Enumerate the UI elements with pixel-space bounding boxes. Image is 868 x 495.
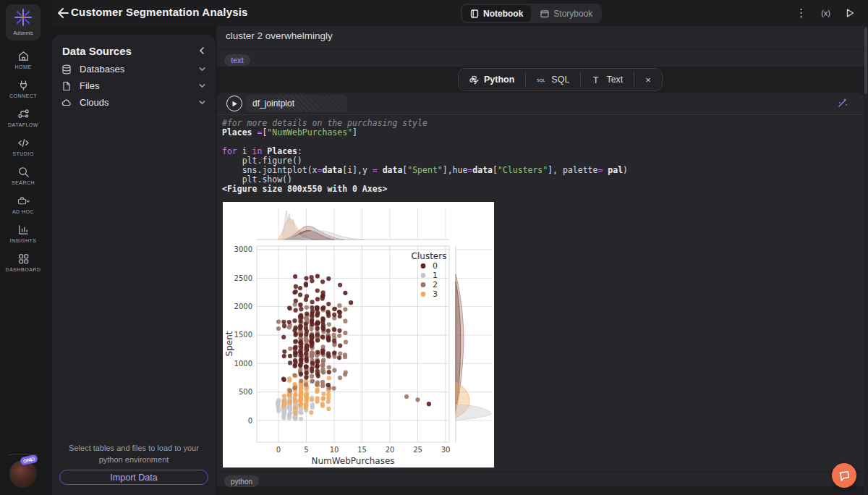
- svg-text:T: T: [592, 75, 599, 85]
- svg-text:500: 500: [239, 388, 252, 396]
- view-tabs: Notebook Storybook: [461, 4, 602, 23]
- text-button-label: Text: [606, 75, 623, 85]
- scrollbar-track[interactable]: [864, 26, 868, 495]
- sidebar-item-insights[interactable]: INSIGHTS: [0, 219, 46, 248]
- variables-icon[interactable]: (x): [821, 9, 830, 17]
- collapse-panel-icon[interactable]: [197, 46, 207, 56]
- svg-text:0: 0: [248, 417, 252, 425]
- plug-icon: [17, 79, 30, 91]
- source-row-files[interactable]: Files: [52, 77, 216, 94]
- tab-notebook[interactable]: Notebook: [462, 5, 531, 22]
- text-cell-content[interactable]: cluster 2 overwhelmingly: [226, 30, 333, 41]
- chevron-down-icon[interactable]: [198, 65, 206, 73]
- text-cell[interactable]: cluster 2 overwhelmingly text: [217, 26, 864, 67]
- source-label: Clouds: [80, 97, 198, 108]
- add-sql-cell-button[interactable]: SQL SQL: [526, 69, 580, 90]
- cell-type-badge-text[interactable]: text: [224, 54, 250, 66]
- nav-label: DATAFLOW: [8, 122, 38, 127]
- scrollbar-thumb[interactable]: [864, 28, 867, 94]
- svg-text:2: 2: [433, 280, 438, 289]
- tab-storybook[interactable]: Storybook: [532, 5, 600, 22]
- svg-text:3: 3: [433, 289, 438, 299]
- svg-text:25: 25: [413, 446, 422, 454]
- svg-text:2000: 2000: [234, 302, 252, 310]
- right-marginal-kde: [456, 274, 491, 420]
- cell-name-input[interactable]: df_jointplot: [246, 95, 347, 112]
- x-axis-label: NumWebPurchases: [311, 456, 394, 466]
- chevron-down-icon[interactable]: [198, 82, 206, 90]
- nav-label: INSIGHTS: [9, 238, 36, 243]
- sidebar-item-home[interactable]: HOME: [0, 45, 46, 74]
- autonmis-logo-icon: [14, 8, 33, 27]
- dataflow-icon: [17, 108, 30, 120]
- scatter-points: [276, 274, 431, 421]
- database-icon: [61, 64, 72, 75]
- svg-text:5: 5: [304, 446, 308, 454]
- nav-label: AD HOC: [12, 209, 34, 214]
- sidebar-item-search[interactable]: SEARCH: [0, 161, 46, 190]
- svg-text:1: 1: [433, 271, 438, 280]
- top-marginal-kde: [278, 211, 365, 240]
- python-icon: [469, 75, 479, 85]
- nav-label: DASHBOARD: [6, 267, 41, 272]
- magic-wand-icon[interactable]: [836, 96, 849, 109]
- bar-chart-icon: [17, 224, 30, 236]
- nav-label: HOME: [15, 64, 32, 69]
- data-sources-panel: Data Sources Databases Files Clouds Sele…: [52, 35, 216, 495]
- add-python-cell-button[interactable]: Python: [459, 69, 525, 90]
- add-text-cell-button[interactable]: T Text: [581, 69, 634, 90]
- notebook-icon: [470, 9, 479, 18]
- code-icon: [17, 137, 30, 149]
- cloud-icon: [61, 98, 72, 108]
- top-header: Customer Segmentation Analysis Notebook …: [46, 0, 868, 26]
- sidebar-item-dataflow[interactable]: DATAFLOW: [0, 103, 46, 132]
- run-all-icon[interactable]: [845, 8, 855, 18]
- svg-text:3000: 3000: [234, 245, 252, 253]
- logo-text: Autonmis: [6, 30, 41, 35]
- chart-legend: Clusters0123: [412, 251, 447, 299]
- python-code-cell[interactable]: df_jointplot #for more details on the pu…: [217, 93, 864, 486]
- source-row-databases[interactable]: Databases: [52, 61, 216, 77]
- cell-divider: [217, 49, 864, 50]
- chevron-down-icon[interactable]: [198, 98, 206, 106]
- svg-text:2500: 2500: [234, 274, 252, 282]
- svg-text:1500: 1500: [234, 331, 252, 339]
- svg-text:15: 15: [357, 446, 367, 454]
- import-data-button[interactable]: Import Data: [59, 470, 208, 485]
- chat-bubble-icon: [838, 470, 851, 482]
- source-row-clouds[interactable]: Clouds: [52, 94, 216, 111]
- svg-text:0: 0: [276, 446, 281, 454]
- code-editor[interactable]: #for more details on the purchasing styl…: [222, 119, 628, 185]
- sidebar-item-adhoc[interactable]: AD HOC: [0, 190, 46, 219]
- back-arrow-icon[interactable]: [55, 6, 69, 20]
- left-rail: Autonmis HOME CONNECT DATAFLOW STUDIO SE…: [0, 0, 52, 495]
- sidebar-nav: HOME CONNECT DATAFLOW STUDIO SEARCH AD H…: [0, 45, 46, 276]
- briefcase-chevron-icon: [17, 195, 30, 207]
- panel-helper-text: Select tables and files to load to your …: [61, 443, 206, 466]
- kebab-menu-icon[interactable]: ⋮: [796, 7, 807, 20]
- app-logo[interactable]: Autonmis: [6, 4, 41, 41]
- python-button-label: Python: [484, 75, 514, 85]
- source-label: Databases: [80, 64, 198, 75]
- text-type-icon: T: [592, 75, 601, 85]
- chat-support-button[interactable]: [832, 463, 856, 488]
- dashboard-grid-icon: [17, 253, 30, 265]
- svg-text:Clusters: Clusters: [412, 251, 447, 261]
- close-toolbar-button[interactable]: ×: [634, 69, 662, 90]
- sidebar-item-studio[interactable]: STUDIO: [0, 132, 46, 161]
- notebook-canvas: cluster 2 overwhelmingly text Python SQL…: [216, 26, 868, 495]
- run-cell-button[interactable]: [226, 96, 242, 111]
- code-cell-header: df_jointplot: [217, 93, 864, 114]
- file-icon: [61, 81, 72, 91]
- sidebar-item-dashboard[interactable]: DASHBOARD: [0, 248, 46, 276]
- sidebar-item-connect[interactable]: CONNECT: [0, 74, 46, 103]
- nav-label: SEARCH: [12, 180, 35, 185]
- add-cell-toolbar: Python SQL SQL T Text ×: [458, 68, 663, 91]
- sql-icon: SQL: [537, 75, 546, 85]
- home-icon: [17, 50, 30, 62]
- play-icon: [231, 101, 238, 107]
- storybook-icon: [540, 9, 549, 18]
- sql-button-label: SQL: [551, 75, 569, 85]
- svg-text:0: 0: [433, 261, 438, 271]
- cell-type-badge-python[interactable]: python: [224, 475, 259, 487]
